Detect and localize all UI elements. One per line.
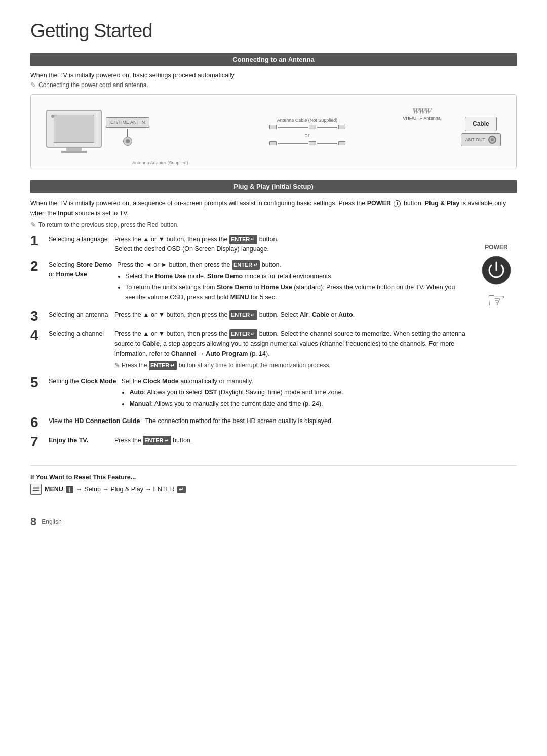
menu-cmd-text: MENU ||| → Setup → Plug & Play → ENTER ↵ [45,486,186,493]
page-footer: 8 English [30,515,517,528]
reset-section: If You Want to Reset This Feature... MEN… [30,465,517,495]
step-desc-3: Press the ▲ or ▼ button, then press the … [114,309,466,320]
step-label-3: Selecting an antenna [49,309,114,320]
page-title: Getting Started [30,20,517,42]
step-label-7: Enjoy the TV. [49,435,114,445]
section1-note: ✎ Connecting the power cord and antenna. [30,81,517,89]
note-icon: ✎ [30,81,36,89]
hand-icon: ☞ [487,289,506,311]
antenna-diagram: CH/TIME ANT IN Antenna Cable (Not Suppli… [30,94,517,169]
step-label-6: View the HD Connection Guide [49,415,145,426]
step-desc-7: Press the ENTER↵ button. [114,435,466,445]
step-row-3: 3 Selecting an antenna Press the ▲ or ▼ … [30,309,466,323]
section1-intro: When the TV is initially powered on, bas… [30,72,517,79]
tv-connectors: CH/TIME ANT IN [106,117,149,146]
power-illustration: POWER ☞ [476,234,517,454]
step-desc-1: Press the ▲ or ▼ button, then press the … [114,234,466,255]
reset-heading: If You Want to Reset This Feature... [30,474,136,481]
page-number: 8 [30,515,36,528]
svg-rect-1 [33,487,39,488]
power-button-icon [481,255,512,285]
section2-header: Plug & Play (Initial Setup) [30,180,517,193]
footer-lang: English [42,518,61,525]
step-row-1: 1 Selecting a language Press the ▲ or ▼ … [30,234,466,255]
menu-icon [30,484,42,495]
steps-wrapper: 1 Selecting a language Press the ▲ or ▼ … [30,234,517,454]
step-label-5: Setting the Clock Mode [49,375,121,386]
step-label-1: Selecting a language [49,234,114,244]
step-desc-4: Press the ▲ or ▼ button, then press the … [114,328,466,370]
step-row-5: 5 Setting the Clock Mode Set the Clock M… [30,375,466,410]
step-number-1: 1 [30,234,49,248]
section2-note: ✎ To return to the previous step, press … [30,221,517,229]
step-label-4: Selecting a channel [49,328,114,339]
section2-intro: When the TV is initially powered on, a s… [30,199,517,218]
step-label-2: Selecting Store Demoor Home Use [49,259,117,279]
step-row-7: 7 Enjoy the TV. Press the ENTER↵ button. [30,435,466,449]
cable-connectors: Antenna Cable (Not Supplied) or [153,118,460,145]
step-desc-5: Set the Clock Mode automatically or manu… [121,375,466,410]
cable-box: Cable ANT OUT [461,117,501,146]
step4-note: ✎ Press the ENTER↵ button at any time to… [114,361,466,370]
steps-list: 1 Selecting a language Press the ▲ or ▼ … [30,234,466,454]
step-row-4: 4 Selecting a channel Press the ▲ or ▼ b… [30,328,466,370]
step-desc-6: The connection method for the best HD sc… [145,415,466,426]
step-number-2: 2 [30,259,49,273]
step-number-3: 3 [30,309,49,323]
step-desc-2: Press the ◄ or ► button, then press the … [117,259,466,304]
svg-rect-2 [33,489,39,490]
adapter-label: Antenna Adapter (Supplied) [132,160,188,165]
step-number-4: 4 [30,328,49,343]
step-number-7: 7 [30,435,49,449]
menu-command: MENU ||| → Setup → Plug & Play → ENTER ↵ [30,484,517,495]
step-number-5: 5 [30,375,49,390]
step-row-6: 6 View the HD Connection Guide The conne… [30,415,466,430]
step-row-2: 2 Selecting Store Demoor Home Use Press … [30,259,466,304]
section1-header: Connecting to an Antenna [30,53,517,66]
tv-illustration [46,110,102,153]
step-number-6: 6 [30,415,49,430]
svg-rect-3 [33,490,39,491]
